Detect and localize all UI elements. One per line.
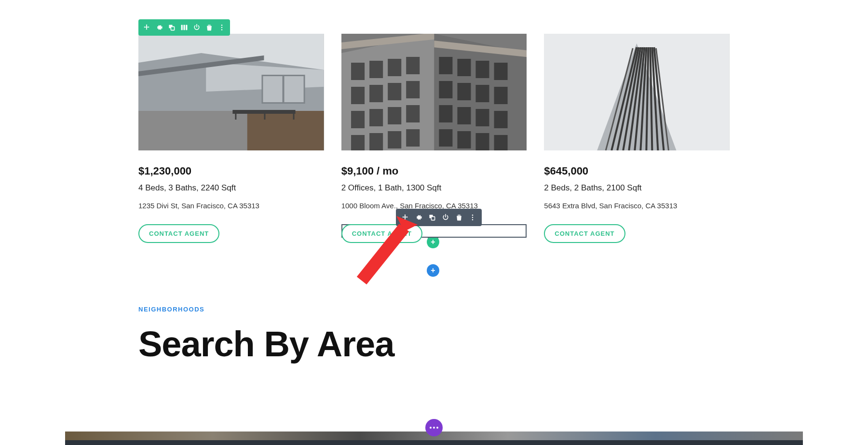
svg-rect-44 bbox=[439, 81, 452, 98]
trash-icon[interactable] bbox=[454, 212, 464, 223]
svg-rect-31 bbox=[406, 81, 420, 98]
svg-rect-27 bbox=[406, 57, 420, 74]
section-heading: Search By Area bbox=[138, 324, 730, 364]
listing-image[interactable] bbox=[544, 34, 730, 150]
svg-rect-15 bbox=[285, 76, 304, 102]
add-section-button[interactable]: + bbox=[427, 264, 439, 277]
svg-rect-46 bbox=[475, 85, 489, 102]
svg-point-6 bbox=[221, 27, 223, 28]
svg-rect-36 bbox=[351, 135, 365, 150]
svg-point-74 bbox=[472, 215, 474, 216]
svg-rect-20 bbox=[293, 114, 295, 120]
svg-rect-47 bbox=[494, 87, 507, 104]
svg-rect-19 bbox=[264, 114, 265, 120]
svg-rect-17 bbox=[232, 110, 295, 114]
more-icon[interactable] bbox=[217, 22, 227, 33]
svg-rect-53 bbox=[457, 131, 471, 148]
listing-price: $9,100 / mo bbox=[341, 165, 527, 177]
duplicate-icon[interactable] bbox=[166, 22, 177, 33]
svg-rect-50 bbox=[475, 109, 489, 126]
svg-rect-14 bbox=[263, 76, 282, 102]
svg-point-5 bbox=[221, 25, 223, 26]
svg-marker-12 bbox=[138, 111, 247, 150]
svg-rect-38 bbox=[388, 131, 401, 148]
svg-rect-42 bbox=[475, 61, 489, 78]
section-eyebrow: NEIGHBORHOODS bbox=[138, 306, 730, 313]
svg-rect-52 bbox=[439, 129, 452, 147]
listing-address: 5643 Extra Blvd, San Fracisco, CA 35313 bbox=[544, 202, 730, 210]
svg-rect-33 bbox=[369, 109, 383, 126]
svg-rect-32 bbox=[351, 111, 365, 128]
power-icon[interactable] bbox=[191, 22, 202, 33]
listing-specs: 4 Beds, 3 Baths, 2240 Sqft bbox=[138, 183, 324, 193]
svg-rect-18 bbox=[235, 114, 236, 120]
svg-marker-11 bbox=[247, 111, 324, 150]
svg-point-75 bbox=[472, 217, 474, 218]
trash-icon[interactable] bbox=[204, 22, 215, 33]
svg-rect-25 bbox=[369, 61, 383, 78]
svg-rect-3 bbox=[183, 25, 185, 30]
svg-rect-28 bbox=[351, 87, 365, 104]
section-toolbar[interactable] bbox=[138, 19, 230, 36]
svg-rect-1 bbox=[171, 27, 174, 30]
listing-image[interactable] bbox=[341, 34, 527, 150]
svg-rect-73 bbox=[431, 216, 434, 220]
svg-rect-34 bbox=[388, 107, 401, 124]
svg-rect-43 bbox=[494, 63, 507, 80]
svg-rect-49 bbox=[457, 107, 471, 124]
contact-agent-button[interactable]: CONTACT AGENT bbox=[544, 224, 625, 243]
listing-price: $1,230,000 bbox=[138, 165, 324, 177]
listing-specs: 2 Beds, 2 Baths, 2100 Sqft bbox=[544, 183, 730, 193]
svg-rect-2 bbox=[181, 25, 183, 30]
listing-address: 1235 Divi St, San Fracisco, CA 35313 bbox=[138, 202, 324, 210]
module-toolbar[interactable] bbox=[396, 209, 482, 226]
svg-rect-51 bbox=[494, 111, 507, 128]
svg-rect-30 bbox=[388, 83, 401, 100]
svg-rect-54 bbox=[475, 133, 489, 150]
svg-rect-41 bbox=[457, 59, 471, 76]
svg-rect-40 bbox=[439, 57, 452, 74]
listing-card: $1,230,000 4 Beds, 3 Baths, 2240 Sqft 12… bbox=[138, 34, 324, 243]
svg-point-7 bbox=[221, 29, 223, 31]
contact-agent-button[interactable]: CONTACT AGENT bbox=[341, 224, 422, 243]
duplicate-icon[interactable] bbox=[427, 212, 437, 223]
svg-rect-4 bbox=[186, 25, 187, 30]
svg-rect-37 bbox=[369, 133, 383, 150]
listing-image[interactable] bbox=[138, 34, 324, 150]
svg-rect-45 bbox=[457, 83, 471, 100]
gear-icon[interactable] bbox=[413, 212, 424, 223]
svg-rect-35 bbox=[406, 105, 420, 122]
listing-card: $645,000 2 Beds, 2 Baths, 2100 Sqft 5643… bbox=[544, 34, 730, 243]
svg-rect-39 bbox=[406, 129, 420, 147]
power-icon[interactable] bbox=[440, 212, 451, 223]
builder-settings-fab[interactable] bbox=[425, 419, 443, 436]
move-icon[interactable] bbox=[141, 22, 152, 33]
svg-rect-26 bbox=[388, 59, 401, 76]
svg-rect-55 bbox=[494, 135, 507, 150]
listing-specs: 2 Offices, 1 Bath, 1300 Sqft bbox=[341, 183, 527, 193]
svg-rect-29 bbox=[369, 85, 383, 102]
more-icon[interactable] bbox=[467, 212, 478, 223]
columns-icon[interactable] bbox=[179, 22, 190, 33]
gear-icon[interactable] bbox=[154, 22, 164, 33]
page-canvas: $1,230,000 4 Beds, 3 Baths, 2240 Sqft 12… bbox=[65, 0, 803, 445]
svg-point-76 bbox=[472, 219, 474, 221]
svg-rect-48 bbox=[439, 105, 452, 122]
contact-agent-button[interactable]: CONTACT AGENT bbox=[138, 224, 219, 243]
listing-price: $645,000 bbox=[544, 165, 730, 177]
svg-rect-24 bbox=[351, 63, 365, 80]
move-icon[interactable] bbox=[400, 212, 410, 223]
